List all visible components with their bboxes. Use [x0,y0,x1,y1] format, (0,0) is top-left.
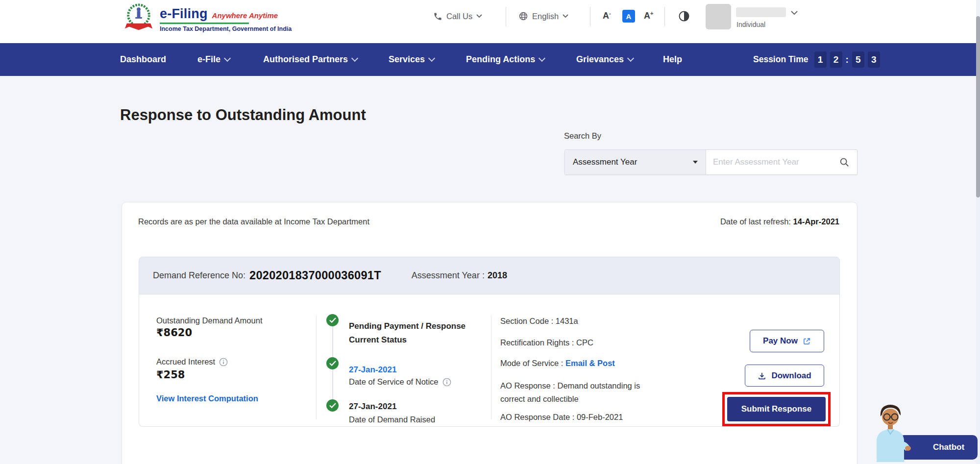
chevron-down-icon [224,55,231,62]
ao-response-date-text: AO Response Date : 09-Feb-2021 [500,413,623,422]
download-button[interactable]: Download [745,365,824,387]
search-icon [839,157,850,168]
assessment-year-label: Assessment Year : [412,270,485,281]
demand-raised-label: Date of Demand Raised [349,415,435,424]
divider [664,7,665,26]
chevron-down-icon [428,55,435,62]
check-circle-icon [326,357,339,369]
nav-item-help[interactable]: Help [663,43,682,76]
brand-title: e-Filing [160,6,208,22]
page-title: Response to Outstanding Amount [120,106,366,124]
divider [590,7,590,26]
brand-divider [160,23,249,24]
info-icon[interactable] [219,358,228,366]
accrued-interest-row: Accrued Interest [156,357,228,366]
nav-item-services[interactable]: Services [389,43,434,76]
phone-icon [433,12,442,21]
demand-card: Demand Reference No: 2020201837000036091… [139,257,840,427]
search-type-value: Assessment Year [573,157,637,167]
brand-logo-group[interactable]: e-Filing Anywhere Anytime Income Tax Dep… [123,2,292,33]
nav-item-efile[interactable]: e-File [197,43,230,76]
assessment-year-value: 2018 [488,270,507,281]
divider [316,315,317,419]
pay-now-button[interactable]: Pay Now [750,330,824,352]
mode-of-service-link[interactable]: Email & Post [565,359,615,367]
last-refresh-date: 14-Apr-2021 [793,217,839,226]
demand-ref-value: 2020201837000036091T [249,269,381,282]
section-code-text: Section Code : 1431a [500,317,578,326]
contrast-toggle-button[interactable] [678,10,690,24]
main-navigation: Dashboard e-File Authorised Partners Ser… [0,43,980,76]
records-note: Records are as per the data available at… [138,217,369,226]
search-control: Assessment Year [564,149,858,175]
session-time-label: Session Time [753,54,808,65]
chatbot-avatar[interactable] [870,401,912,464]
call-us-menu[interactable]: Call Us [433,10,482,23]
chevron-down-icon [539,55,545,62]
chevron-down-icon [563,14,568,18]
submit-response-button[interactable]: Submit Response [727,397,826,421]
nav-item-pending-actions[interactable]: Pending Actions [466,43,544,76]
search-by-label: Search By [564,131,601,141]
demand-raised-date: 27-Jan-2021 [349,402,396,412]
service-notice-date-link[interactable]: 27-Jan-2021 [349,365,396,375]
profile-chevron-down-icon[interactable] [791,11,798,15]
chevron-down-icon [476,14,482,18]
divider [491,315,491,419]
header-bar: e-Filing Anywhere Anytime Income Tax Dep… [0,0,976,43]
accrued-interest-value: ₹258 [156,369,185,381]
chevron-down-icon [351,55,358,62]
assessment-year-input[interactable] [706,150,839,174]
records-card: Records are as per the data available at… [122,202,858,464]
service-notice-row: Date of Service of Notice [349,377,451,387]
font-default-button[interactable]: A [622,10,635,23]
efiling-portal-screen: e-Filing Anywhere Anytime Income Tax Dep… [0,0,980,464]
divider [506,7,506,26]
view-interest-computation-link[interactable]: View Interest Computation [156,394,258,403]
brand-text: e-Filing Anywhere Anytime Income Tax Dep… [160,2,292,33]
nav-item-dashboard[interactable]: Dashboard [120,43,166,76]
external-link-icon [803,337,811,345]
contrast-icon [678,10,690,22]
session-digit: 1 [814,51,827,68]
outstanding-amount-label: Outstanding Demand Amount [156,316,262,325]
brand-tagline: Anywhere Anytime [212,11,278,20]
info-icon[interactable] [442,378,451,387]
submit-response-highlight: Submit Response [722,392,831,426]
profile-name-redacted [736,7,786,17]
language-menu[interactable]: English [518,10,568,23]
page-content: Response to Outstanding Amount Search By… [0,76,980,464]
nav-item-grievances[interactable]: Grievances [576,43,633,76]
accrued-interest-label: Accrued Interest [156,357,215,366]
check-circle-icon [326,314,339,326]
scrollbar-track[interactable] [976,0,980,464]
income-tax-emblem-logo [123,2,154,33]
profile-type-label: Individual [736,21,765,28]
mode-of-service-row: Mode of Service : Email & Post [500,359,615,368]
ao-response-text: AO Response : Demand outstanding is corr… [500,379,647,406]
session-colon: : [846,54,849,65]
dropdown-caret-icon [693,161,698,164]
brand-subtitle: Income Tax Department, Government of Ind… [160,25,292,32]
search-button[interactable] [839,150,857,174]
demand-card-header: Demand Reference No: 2020201837000036091… [139,257,840,294]
check-circle-icon [326,399,339,412]
call-us-label: Call Us [446,12,472,21]
demand-ref-label: Demand Reference No: [153,270,245,281]
nav-item-authorised-partners[interactable]: Authorised Partners [263,43,357,76]
scrollbar-thumb[interactable] [976,16,980,197]
profile-avatar[interactable] [706,4,731,29]
service-notice-label: Date of Service of Notice [349,377,439,387]
demand-card-body: Outstanding Demand Amount ₹8620 Accrued … [139,294,840,427]
outstanding-amount-value: ₹8620 [156,327,192,339]
timeline-status-title: Pending Payment / Response [349,321,466,331]
search-type-dropdown[interactable]: Assessment Year [565,150,706,174]
globe-icon [518,11,528,21]
timeline-status-subtitle: Current Status [349,335,407,345]
language-label: English [532,12,559,21]
font-increase-button[interactable]: A+ [644,11,653,20]
session-digit: 2 [830,51,842,68]
font-decrease-button[interactable]: A- [603,11,611,20]
rectification-rights-text: Rectification Rights : CPC [500,338,593,347]
session-timer: Session Time 1 2 : 5 3 [753,43,880,76]
